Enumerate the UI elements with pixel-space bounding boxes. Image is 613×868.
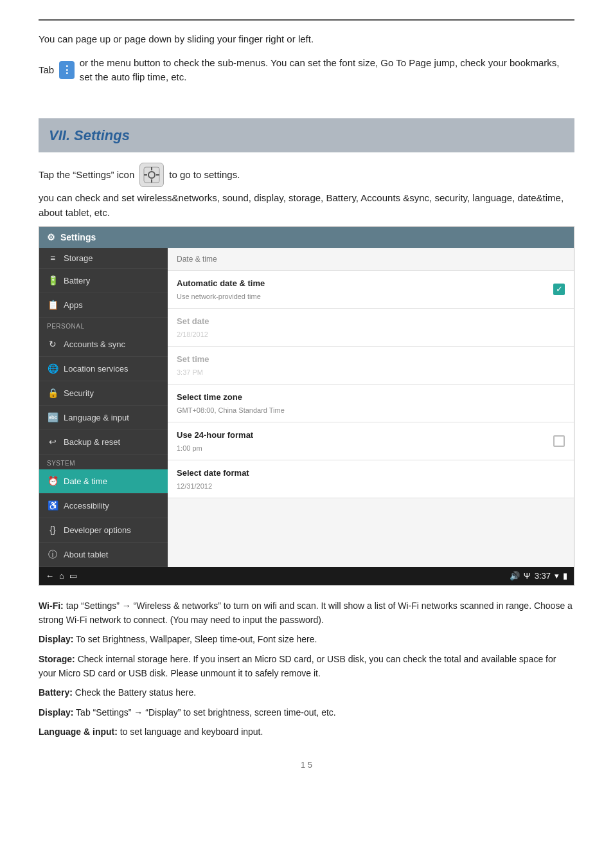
settings-panel: ⚙ Settings ≡ Storage 🔋 Battery 📋 Apps PE…: [39, 226, 574, 586]
row-auto-datetime[interactable]: Automatic date & time Use network-provid…: [168, 271, 574, 309]
section-heading: VII. Settings: [39, 118, 574, 152]
about-icon: ⓘ: [47, 548, 58, 561]
storage-label: Storage:: [39, 654, 75, 664]
intro-text: You can page up or page down by sliding …: [39, 32, 574, 47]
battery-status-icon: ▮: [563, 570, 567, 583]
sidebar-datetime-label: Date & time: [64, 475, 107, 488]
battery-icon: 🔋: [47, 274, 58, 287]
row-timezone-sublabel: GMT+08:00, China Standard Time: [177, 405, 285, 416]
datetime-icon: ⏰: [47, 475, 58, 488]
display-text: To set Brightness, Wallpaper, Sleep time…: [73, 634, 317, 644]
row-set-date-sublabel: 2/18/2012: [177, 329, 209, 340]
settings-panel-header: ⚙ Settings: [39, 227, 574, 248]
row-24hr[interactable]: Use 24-hour format 1:00 pm: [168, 422, 574, 460]
tab-line: Tab ⋮ or the menu button to check the su…: [39, 56, 574, 85]
home-button[interactable]: ⌂: [59, 570, 64, 583]
tap-suffix: to go to settings.: [169, 168, 240, 183]
row-date-format-text: Select date format 12/31/2012: [177, 467, 249, 491]
row-set-date-text: Set date 2/18/2012: [177, 315, 209, 339]
language-paragraph: Language & input: to set language and ke…: [39, 725, 574, 739]
display2-paragraph: Display: Tab “Settings” → “Display” to s…: [39, 705, 574, 719]
desc-text: you can check and set wireless&networks,…: [39, 191, 574, 220]
bottom-section: Wi-Fi: tap “Settings” → “Wireless & netw…: [39, 599, 574, 739]
language-label: Language & input:: [39, 727, 118, 737]
back-button[interactable]: ←: [46, 570, 54, 583]
battery-text: Check the Battery status here.: [73, 687, 196, 698]
storage-text: Check internal storage here. If you inse…: [39, 654, 556, 678]
settings-body: ≡ Storage 🔋 Battery 📋 Apps PERSONAL ↻ Ac…: [39, 248, 574, 567]
time-display: 3:37: [535, 570, 551, 583]
apps-icon: 📋: [47, 298, 58, 312]
row-auto-datetime-sublabel: Use network-provided time: [177, 291, 265, 302]
location-icon: 🌐: [47, 362, 58, 375]
row-timezone-text: Select time zone GMT+08:00, China Standa…: [177, 391, 285, 415]
sidebar-item-accounts[interactable]: ↻ Accounts & sync: [39, 332, 168, 357]
sidebar-item-location[interactable]: 🌐 Location services: [39, 357, 168, 381]
display2-label: Display:: [39, 707, 73, 718]
sidebar-backup-label: Backup & reset: [64, 436, 120, 449]
security-icon: 🔒: [47, 386, 58, 400]
tap-line: Tap the “Settings” icon to go to setting…: [39, 163, 574, 187]
row-timezone[interactable]: Select time zone GMT+08:00, China Standa…: [168, 384, 574, 422]
sidebar-developer-label: Developer options: [64, 524, 131, 537]
storage-icon: ≡: [47, 251, 58, 265]
recent-button[interactable]: ▭: [69, 570, 77, 583]
tap-prefix: Tap the “Settings” icon: [39, 168, 134, 183]
sidebar-item-storage[interactable]: ≡ Storage: [39, 248, 168, 269]
status-bar: ← ⌂ ▭ 🔊 Ψ 3:37 ▾ ▮: [39, 567, 574, 585]
row-set-time-text: Set time 3:37 PM: [177, 353, 209, 377]
row-24hr-text: Use 24-hour format 1:00 pm: [177, 429, 253, 453]
settings-icon: [139, 163, 164, 187]
storage-paragraph: Storage: Check internal storage here. If…: [39, 652, 574, 681]
top-divider: [39, 19, 574, 21]
sidebar-language-label: Language & input: [64, 411, 129, 424]
tab-word: Tab: [39, 63, 54, 78]
row-date-format-label: Select date format: [177, 467, 249, 480]
display-paragraph: Display: To set Brightness, Wallpaper, S…: [39, 632, 574, 646]
status-bar-right: 🔊 Ψ 3:37 ▾ ▮: [510, 570, 567, 583]
battery-label: Battery:: [39, 687, 73, 698]
page-number: 1 5: [39, 759, 574, 772]
row-set-time-sublabel: 3:37 PM: [177, 367, 209, 378]
row-date-format-sublabel: 12/31/2012: [177, 481, 249, 492]
row-date-format[interactable]: Select date format 12/31/2012: [168, 460, 574, 498]
status-bar-left: ← ⌂ ▭: [46, 570, 77, 583]
accessibility-icon: ♿: [47, 499, 58, 512]
language-text: to set language and keyboard input.: [118, 727, 263, 737]
sidebar-security-label: Security: [64, 387, 94, 400]
volume-icon: 🔊: [510, 570, 520, 583]
auto-datetime-checkbox[interactable]: ✓: [553, 284, 565, 295]
sidebar-location-label: Location services: [64, 363, 128, 375]
sidebar-item-accessibility[interactable]: ♿ Accessibility: [39, 494, 168, 518]
sidebar-item-battery[interactable]: 🔋 Battery: [39, 269, 168, 293]
tab-suffix-text: or the menu button to check the sub-menu…: [80, 56, 574, 85]
sidebar-item-datetime[interactable]: ⏰ Date & time: [39, 469, 168, 494]
accounts-icon: ↻: [47, 338, 58, 351]
storage-label: Storage: [64, 252, 93, 265]
row-auto-datetime-label: Automatic date & time: [177, 277, 265, 290]
wifi-text: tap “Settings” → “Wireless & networks” t…: [39, 601, 573, 625]
24hr-checkbox[interactable]: [553, 435, 565, 447]
sidebar-item-backup[interactable]: ↩ Backup & reset: [39, 430, 168, 455]
wifi-label: Wi-Fi:: [39, 601, 64, 611]
backup-icon: ↩: [47, 435, 58, 449]
row-auto-datetime-text: Automatic date & time Use network-provid…: [177, 277, 265, 302]
sidebar-accounts-label: Accounts & sync: [64, 338, 125, 351]
signal-icon: Ψ: [524, 570, 531, 583]
sidebar-item-language[interactable]: 🔤 Language & input: [39, 406, 168, 430]
sidebar-item-about[interactable]: ⓘ About tablet: [39, 543, 168, 567]
row-timezone-label: Select time zone: [177, 391, 285, 404]
main-section-title: Date & time: [168, 248, 574, 271]
display-label: Display:: [39, 634, 73, 644]
row-24hr-label: Use 24-hour format: [177, 429, 253, 442]
settings-header-icon: ⚙: [47, 231, 55, 244]
settings-header-title: Settings: [60, 231, 96, 244]
sidebar-item-security[interactable]: 🔒 Security: [39, 381, 168, 406]
row-set-time: Set time 3:37 PM: [168, 347, 574, 384]
sidebar-battery-label: Battery: [64, 275, 90, 287]
row-set-date-label: Set date: [177, 315, 209, 328]
sidebar-item-developer[interactable]: {} Developer options: [39, 518, 168, 543]
sidebar-section-personal: PERSONAL: [39, 318, 168, 332]
sidebar-item-apps[interactable]: 📋 Apps: [39, 293, 168, 318]
sidebar-apps-label: Apps: [64, 299, 83, 312]
